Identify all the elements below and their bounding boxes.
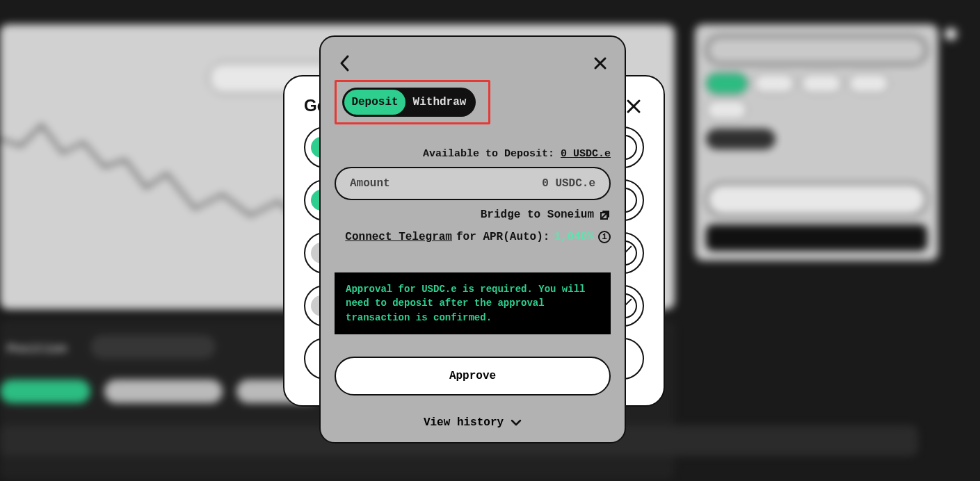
bg-help-dot	[941, 24, 961, 44]
available-label: Available to Deposit:	[423, 148, 561, 160]
back-icon[interactable]	[335, 53, 355, 74]
bg-pill	[90, 335, 216, 359]
approval-notice: Approval for USDC.e is required. You wil…	[335, 272, 611, 334]
bridge-link[interactable]: Bridge to Soneium	[335, 209, 611, 221]
deposit-modal: Deposit Withdraw Available to Deposit: 0…	[319, 35, 626, 443]
bg-pill-active	[0, 380, 90, 403]
view-history-label: View history	[424, 416, 504, 429]
amount-input[interactable]: Amount 0 USDC.e	[335, 167, 611, 200]
chevron-down-icon	[511, 418, 522, 427]
highlighted-region: Deposit Withdraw	[335, 80, 490, 124]
amount-value-display: 0 USDC.e	[542, 177, 595, 190]
view-history-link[interactable]: View history	[335, 416, 611, 429]
available-to-deposit: Available to Deposit: 0 USDC.e	[335, 148, 611, 160]
apr-row: Connect Telegram for APR(Auto): 1,040% i	[335, 231, 611, 243]
amount-placeholder: Amount	[350, 177, 390, 190]
bridge-label: Bridge to Soneium	[481, 209, 594, 221]
deposit-withdraw-toggle: Deposit Withdraw	[342, 88, 476, 117]
bg-position-label: Position	[7, 342, 67, 356]
approve-button[interactable]: Approve	[335, 357, 611, 396]
bg-chart-line	[0, 104, 299, 229]
tab-deposit[interactable]: Deposit	[344, 90, 405, 115]
info-icon[interactable]: i	[598, 231, 611, 243]
apr-rate: 1,040%	[554, 231, 594, 243]
available-value[interactable]: 0 USDC.e	[561, 148, 611, 160]
bg-side-panel	[695, 24, 938, 261]
tab-withdraw[interactable]: Withdraw	[405, 90, 474, 115]
apr-suffix: for APR(Auto):	[456, 231, 549, 243]
external-link-icon	[600, 209, 611, 220]
connect-telegram-link[interactable]: Connect Telegram	[345, 231, 452, 243]
bg-pill	[104, 380, 223, 403]
close-icon[interactable]	[590, 53, 611, 74]
